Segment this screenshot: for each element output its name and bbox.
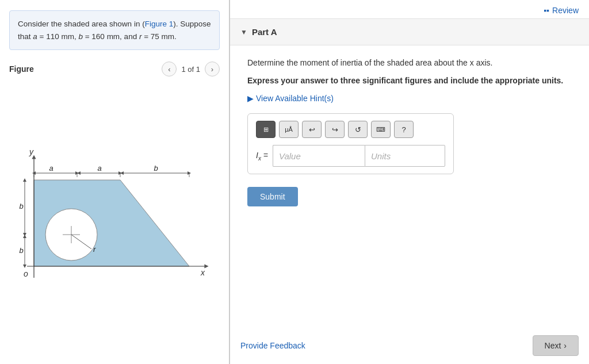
- matrix-icon: ⊞: [263, 126, 269, 133]
- mu-icon: μÅ: [285, 126, 293, 133]
- help-icon: ?: [401, 125, 406, 134]
- dim-a1-label: a: [49, 164, 53, 173]
- problem-text: Consider the shaded area shown in (Figur…: [18, 20, 211, 41]
- input-label: Ix =: [256, 151, 268, 162]
- submit-button[interactable]: Submit: [247, 187, 298, 206]
- answer-container: ⊞ μÅ ↩ ↪ ↺ ⌨ ?: [247, 113, 454, 174]
- r-label: r: [93, 245, 96, 254]
- review-icon: ▪▪: [544, 6, 549, 15]
- bottom-bar: Provide Feedback Next ›: [230, 327, 589, 364]
- next-label: Next: [545, 341, 561, 350]
- hint-link[interactable]: ▶ View Available Hint(s): [247, 94, 572, 103]
- part-label: Part A: [252, 27, 277, 37]
- help-button[interactable]: ?: [394, 121, 414, 138]
- y-axis-label: y: [29, 147, 34, 156]
- keyboard-button[interactable]: ⌨: [371, 121, 391, 138]
- dim-b-label: b: [154, 164, 158, 173]
- part-toggle-icon[interactable]: ▼: [240, 28, 247, 36]
- figure-next-button[interactable]: ›: [205, 62, 220, 76]
- next-arrow-icon: ›: [564, 341, 567, 350]
- keyboard-icon: ⌨: [376, 126, 385, 133]
- next-button[interactable]: Next ›: [533, 335, 579, 356]
- review-bar: ▪▪ Review: [230, 0, 589, 19]
- matrix-button[interactable]: ⊞: [256, 121, 276, 138]
- toolbar: ⊞ μÅ ↩ ↪ ↺ ⌨ ?: [256, 121, 445, 138]
- problem-statement: Consider the shaded area shown in (Figur…: [9, 10, 220, 50]
- part-description: Determine the moment of inertia of the s…: [247, 57, 572, 69]
- mu-button[interactable]: μÅ: [279, 121, 299, 138]
- figure-link[interactable]: Figure 1: [145, 20, 174, 28]
- value-input[interactable]: [273, 145, 365, 167]
- redo-icon: ↪: [332, 125, 338, 134]
- figure-area: o x y a a b b b r: [0, 76, 229, 364]
- figure-prev-button[interactable]: ‹: [162, 62, 177, 76]
- undo-button[interactable]: ↩: [302, 121, 322, 138]
- part-header: ▼ Part A: [230, 19, 589, 45]
- units-input[interactable]: [365, 145, 445, 167]
- left-panel: Consider the shaded area shown in (Figur…: [0, 0, 230, 364]
- dim-bv2-label: b: [19, 246, 23, 255]
- right-panel: ▪▪ Review ▼ Part A Determine the moment …: [230, 0, 589, 364]
- input-row: Ix =: [256, 145, 445, 167]
- hint-label: View Available Hint(s): [256, 94, 334, 103]
- redo-button[interactable]: ↪: [325, 121, 345, 138]
- hint-arrow-icon: ▶: [247, 94, 254, 103]
- figure-navigation: ‹ 1 of 1 ›: [162, 62, 220, 76]
- feedback-link[interactable]: Provide Feedback: [240, 341, 305, 350]
- part-content: Determine the moment of inertia of the s…: [230, 45, 589, 218]
- review-link[interactable]: ▪▪ Review: [544, 6, 579, 15]
- figure-count: 1 of 1: [181, 65, 200, 74]
- x-axis-label: x: [200, 268, 205, 277]
- undo-icon: ↩: [309, 125, 315, 134]
- review-label: Review: [552, 6, 579, 15]
- refresh-icon: ↺: [355, 125, 361, 134]
- dim-a2-label: a: [97, 164, 101, 173]
- refresh-button[interactable]: ↺: [348, 121, 368, 138]
- figure-title: Figure: [9, 64, 34, 74]
- dim-bv1-label: b: [19, 202, 23, 210]
- figure-header: Figure ‹ 1 of 1 ›: [9, 62, 220, 76]
- part-instruction: Express your answer to three significant…: [247, 75, 572, 87]
- figure-svg: o x y a a b b b r: [17, 145, 212, 295]
- origin-label: o: [24, 269, 28, 278]
